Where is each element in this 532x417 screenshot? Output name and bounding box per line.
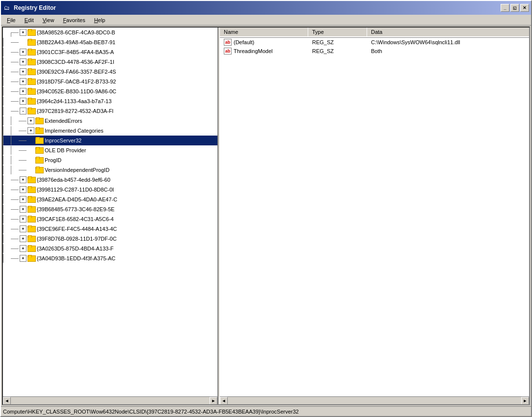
cell-type-0: REG_SZ: [308, 38, 367, 47]
folder-icon-guid18: [27, 255, 35, 262]
tree-label-guid2: {38B22A43-49A8-45ab-BEB7-91: [37, 39, 115, 45]
tree-label-guid16: {39F8D76B-0928-11D1-97DF-0C: [37, 236, 117, 242]
tree-label-ver-ind: VersionIndependentProgID: [45, 167, 109, 173]
tree-node-guid2[interactable]: {38B22A43-49A8-45ab-BEB7-91: [3, 37, 217, 47]
expand-guid18[interactable]: +: [20, 255, 27, 262]
expand-guid8[interactable]: +: [20, 98, 27, 105]
value-data-0: C:\Windows\SysWOW64\sqlncli11.dll: [371, 39, 460, 45]
expand-guid3[interactable]: +: [20, 49, 27, 56]
tree-label-ole-db: OLE DB Provider: [45, 147, 86, 153]
expand-guid12[interactable]: +: [20, 196, 27, 203]
tree-node-ver-ind[interactable]: VersionIndependentProgID: [3, 165, 217, 175]
right-hscroll-left-btn[interactable]: ◄: [220, 397, 228, 405]
tree-label-guid3: {3901CC3F-84B5-4FA4-BA35-A: [37, 49, 114, 55]
minimize-button[interactable]: _: [501, 4, 509, 12]
tree-node-inproc[interactable]: InprocServer32: [3, 136, 217, 145]
tree-node-guid13[interactable]: + {39B68485-6773-3C46-82E9-5E: [3, 204, 217, 214]
menu-help[interactable]: Help: [90, 16, 109, 24]
tree-node-guid15[interactable]: + {39CE96FE-F4C5-4484-A143-4C: [3, 224, 217, 234]
folder-icon-guid6: [27, 78, 35, 85]
tree-label-guid4: {3908C3CD-4478-4536-AF2F-1I: [37, 59, 114, 65]
menu-edit[interactable]: Edit: [21, 16, 38, 24]
tree-label-inproc: InprocServer32: [45, 138, 81, 143]
expand-guid15[interactable]: +: [20, 225, 27, 232]
expand-guid14[interactable]: +: [20, 216, 27, 222]
tree-node-guid5[interactable]: + {390E92C9-FA66-3357-BEF2-4S: [3, 67, 217, 77]
window: 🗂 Registry Editor _ ◱ ✕ File Edit View F…: [0, 0, 532, 417]
folder-icon-guid17: [27, 245, 35, 252]
menu-view[interactable]: View: [39, 16, 58, 24]
folder-icon-impl-cat: [35, 127, 43, 134]
status-bar: Computer\HKEY_CLASSES_ROOT\Wow6432Node\C…: [1, 406, 531, 416]
tree-node-prog-id[interactable]: ProgID: [3, 155, 217, 165]
tree-node-guid18[interactable]: + {3A04D93B-1EDD-4f3f-A375-AC: [3, 253, 217, 263]
tree-label-guid8: {3964c2d4-1133-4aa3-b7a7-13: [37, 98, 111, 104]
folder-icon-guid3: [27, 49, 35, 56]
expand-ext-errors[interactable]: +: [27, 117, 34, 124]
expand-guid6[interactable]: +: [20, 78, 27, 85]
restore-button[interactable]: ◱: [510, 4, 519, 12]
tree-node-guid4[interactable]: + {3908C3CD-4478-4536-AF2F-1I: [3, 57, 217, 67]
tree-node-guid6[interactable]: + {3918D75F-0ACB-41F2-B733-92: [3, 77, 217, 86]
expand-guid1[interactable]: +: [20, 29, 27, 36]
menu-favorites[interactable]: Favorites: [59, 16, 89, 24]
right-hscroll-right-btn[interactable]: ►: [521, 397, 529, 405]
tree-node-guid8[interactable]: + {3964c2d4-1133-4aa3-b7a7-13: [3, 96, 217, 106]
col-header-type[interactable]: Type: [308, 28, 367, 37]
tree-node-guid12[interactable]: + {39AE2AEA-D4D5-4DA0-AE47-C: [3, 195, 217, 204]
expand-guid13[interactable]: +: [20, 206, 27, 213]
folder-icon-prog-id: [35, 157, 43, 164]
table-row[interactable]: ab (Default) REG_SZ C:\Windows\SysWOW64\…: [220, 38, 529, 47]
tree-scroll[interactable]: + {38A98528-6CBF-4CA9-8DC0-B {38B22A43-4…: [3, 28, 217, 396]
folder-icon-guid13: [27, 206, 35, 213]
tree-node-ole-db[interactable]: OLE DB Provider: [3, 145, 217, 155]
value-type-1: REG_SZ: [312, 48, 334, 54]
tree-node-guid14[interactable]: + {39CAF1E8-6582-4C31-A5C6-4: [3, 214, 217, 224]
expand-guid10[interactable]: +: [20, 176, 27, 183]
tree-node-impl-cat[interactable]: + Implemented Categories: [3, 126, 217, 136]
right-pane: Name Type Data ab (Default) REG_SZ C:\Wi: [220, 28, 529, 404]
expand-guid5[interactable]: +: [20, 68, 27, 75]
tree-node-guid7[interactable]: + {394C052E-B830-11D0-9A86-0C: [3, 86, 217, 96]
expand-guid4[interactable]: +: [20, 58, 27, 65]
expand-guid16[interactable]: +: [20, 235, 27, 242]
tree-label-guid7: {394C052E-B830-11D0-9A86-0C: [37, 88, 116, 94]
expand-guid9[interactable]: -: [20, 108, 27, 114]
close-button[interactable]: ✕: [520, 4, 529, 12]
folder-icon-guid1: [27, 29, 35, 36]
value-data-1: Both: [371, 48, 382, 54]
tree-node-guid10[interactable]: + {39876eda-b457-4edd-9ef6-60: [3, 175, 217, 185]
folder-icon-guid7: [27, 88, 35, 95]
folder-icon-guid12: [27, 196, 35, 203]
folder-icon-guid11: [27, 186, 35, 193]
expand-guid11[interactable]: +: [20, 186, 27, 193]
expand-guid17[interactable]: +: [20, 245, 27, 252]
folder-icon-ext-errors: [35, 117, 43, 124]
hscroll-left-btn[interactable]: ◄: [3, 397, 11, 405]
menu-file[interactable]: File: [3, 16, 20, 24]
reg-icon-1: ab: [224, 48, 232, 55]
tree-label-guid11: {39981129-C287-11D0-8D8C-0I: [37, 187, 114, 193]
folder-icon-ver-ind: [35, 167, 43, 173]
folder-icon-guid9: [27, 108, 35, 114]
tree-node-guid1[interactable]: + {38A98528-6CBF-4CA9-8DC0-B: [3, 28, 217, 37]
folder-icon-guid14: [27, 216, 35, 222]
tree-node-guid16[interactable]: + {39F8D76B-0928-11D1-97DF-0C: [3, 234, 217, 244]
col-header-data[interactable]: Data: [367, 28, 529, 37]
folder-icon-inproc: [35, 137, 43, 144]
hscroll-right-btn[interactable]: ►: [210, 397, 217, 405]
right-hscroll[interactable]: ◄ ►: [220, 396, 529, 404]
expand-guid7[interactable]: +: [20, 88, 27, 95]
col-header-name[interactable]: Name: [220, 28, 308, 37]
tree-node-guid9[interactable]: - {397C2819-8272-4532-AD3A-Fl: [3, 106, 217, 116]
window-title: Registry Editor: [14, 4, 56, 11]
tree-node-guid11[interactable]: + {39981129-C287-11D0-8D8C-0I: [3, 185, 217, 195]
tree-label-guid10: {39876eda-b457-4edd-9ef6-60: [37, 177, 110, 183]
tree-node-guid17[interactable]: + {3A0263D5-875D-4BD4-A133-F: [3, 244, 217, 253]
tree-label-guid14: {39CAF1E8-6582-4C31-A5C6-4: [37, 216, 114, 222]
tree-node-ext-errors[interactable]: + ExtendedErrors: [3, 116, 217, 126]
tree-node-guid3[interactable]: + {3901CC3F-84B5-4FA4-BA35-A: [3, 47, 217, 57]
tree-hscroll[interactable]: ◄ ►: [3, 396, 217, 404]
expand-impl-cat[interactable]: +: [27, 127, 34, 134]
table-row[interactable]: ab ThreadingModel REG_SZ Both: [220, 47, 529, 56]
